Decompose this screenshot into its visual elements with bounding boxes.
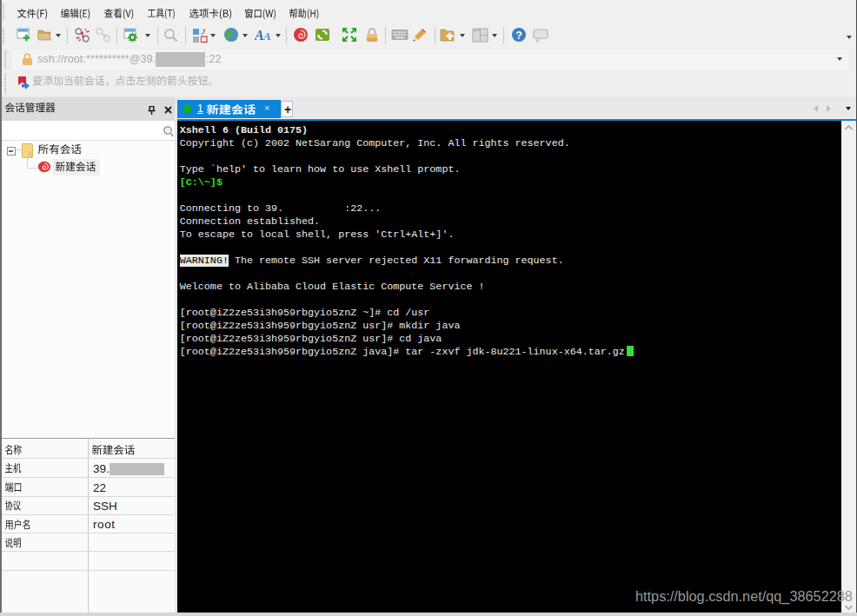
svg-text:?: ? <box>515 30 522 42</box>
svg-text:A: A <box>262 30 271 43</box>
